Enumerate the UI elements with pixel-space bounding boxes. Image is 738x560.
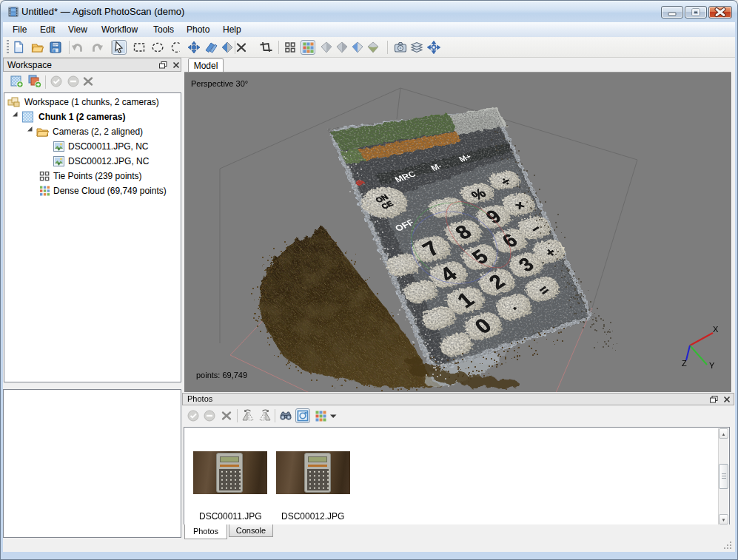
svg-text:Y: Y bbox=[709, 361, 715, 370]
svg-text:Z: Z bbox=[682, 359, 687, 368]
svg-text:X: X bbox=[713, 325, 719, 334]
svg-text:Perspective 30°: Perspective 30° bbox=[191, 79, 248, 88]
svg-text:points: 69,749: points: 69,749 bbox=[196, 371, 247, 379]
